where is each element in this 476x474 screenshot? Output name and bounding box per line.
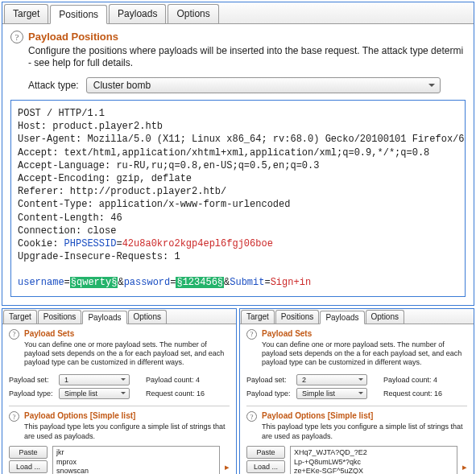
tab-payloads[interactable]: Payloads — [109, 4, 166, 23]
payload-list[interactable]: XHq7_WJTA?QD_?E2 Lp-+Q8umLW5*?qkc ze+EKe… — [290, 446, 457, 474]
payload-type-select[interactable]: Simple list — [296, 388, 367, 399]
caret-right-icon: ▸ — [462, 446, 467, 472]
tab-options[interactable]: Options — [366, 310, 404, 324]
list-item[interactable]: jkr — [55, 448, 217, 458]
load-button[interactable]: Load ... — [246, 460, 285, 473]
help-icon[interactable]: ? — [246, 411, 257, 422]
help-icon[interactable]: ? — [9, 329, 19, 340]
payload-sets-title: Payload Sets — [24, 329, 230, 338]
payload-set-select[interactable]: 1 — [59, 374, 130, 385]
payload-set-select[interactable]: 2 — [296, 374, 367, 385]
help-icon[interactable]: ? — [10, 31, 23, 43]
payload-sets-desc: You can define one or more payload sets.… — [262, 340, 467, 368]
list-item[interactable]: ze+EKe-SGF^5uZQX — [292, 467, 455, 474]
request-count: Request count: 16 — [383, 390, 442, 398]
payload-options-title: Payload Options [Simple list] — [262, 411, 467, 420]
payload-set-label: Payload set: — [246, 376, 293, 384]
section-title: Payload Positions — [28, 31, 466, 43]
tab-target[interactable]: Target — [4, 4, 48, 23]
payload-type-select[interactable]: Simple list — [59, 388, 130, 399]
list-item[interactable]: XHq7_WJTA?QD_?E2 — [292, 448, 455, 458]
load-button[interactable]: Load ... — [9, 460, 48, 473]
payload-options-title: Payload Options [Simple list] — [24, 411, 230, 420]
positions-panel: Target Positions Payloads Options ? Payl… — [2, 2, 474, 306]
payload-type-label: Payload type: — [246, 390, 293, 398]
tab-options[interactable]: Options — [168, 4, 218, 23]
tab-positions[interactable]: Positions — [38, 310, 82, 324]
help-icon[interactable]: ? — [246, 329, 257, 340]
request-editor[interactable]: POST / HTTP/1.1 Host: product.player2.ht… — [10, 100, 466, 297]
tab-positions[interactable]: Positions — [50, 5, 107, 24]
list-item[interactable]: snowscan — [55, 467, 217, 474]
attack-type-label: Attack type: — [28, 80, 79, 91]
list-item[interactable]: mprox — [55, 458, 217, 468]
help-icon[interactable]: ? — [9, 411, 19, 422]
tab-payloads[interactable]: Payloads — [320, 311, 364, 324]
payload-count: Payload count: 4 — [146, 376, 200, 384]
section-desc: Configure the positions where payloads w… — [28, 45, 466, 69]
payload-list[interactable]: jkr mprox snowscan 0xdf — [52, 446, 220, 474]
payload-sets-desc: You can define one or more payload sets.… — [24, 340, 230, 368]
tab-target[interactable]: Target — [241, 310, 275, 324]
tab-options[interactable]: Options — [128, 310, 167, 324]
payload-sets-title: Payload Sets — [262, 329, 467, 338]
paste-button[interactable]: Paste — [9, 446, 48, 459]
tab-target[interactable]: Target — [3, 310, 37, 324]
payload-set-label: Payload set: — [9, 376, 56, 384]
top-tabs: Target Positions Payloads Options — [2, 2, 474, 24]
payload-options-desc: This payload type lets you configure a s… — [24, 422, 230, 441]
paste-button[interactable]: Paste — [246, 446, 285, 459]
left-tabs: Target Positions Payloads Options — [2, 309, 236, 324]
request-count: Request count: 16 — [146, 390, 205, 398]
payload-options-desc: This payload type lets you configure a s… — [262, 422, 467, 441]
payload-count: Payload count: 4 — [383, 376, 437, 384]
list-item[interactable]: Lp-+Q8umLW5*?qkc — [292, 458, 455, 468]
payload-panel-left: Target Positions Payloads Options ? Payl… — [2, 308, 237, 474]
tab-payloads[interactable]: Payloads — [82, 311, 126, 324]
payload-panel-right: Target Positions Payloads Options ? Payl… — [239, 308, 474, 474]
caret-right-icon: ▸ — [225, 446, 230, 472]
attack-type-select[interactable]: Cluster bomb — [86, 77, 441, 93]
right-tabs: Target Positions Payloads Options — [240, 309, 474, 324]
payload-type-label: Payload type: — [9, 390, 56, 398]
tab-positions[interactable]: Positions — [275, 310, 320, 324]
